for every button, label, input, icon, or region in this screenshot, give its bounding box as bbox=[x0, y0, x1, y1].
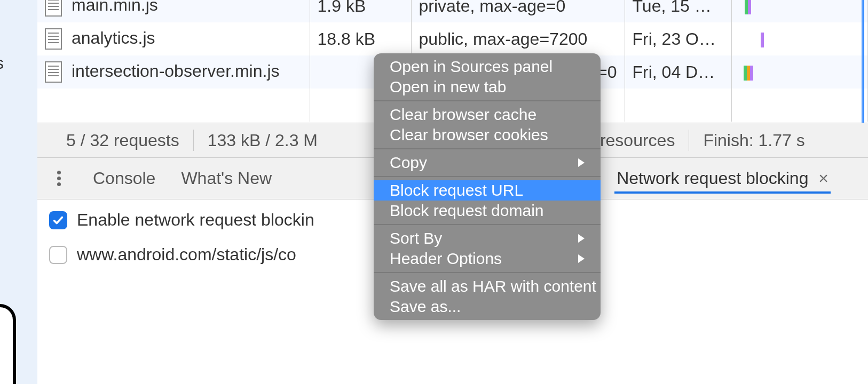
waterfall-bar bbox=[750, 66, 753, 81]
checkbox-enable-blocking[interactable] bbox=[49, 211, 67, 229]
tab-whats-new[interactable]: What's New bbox=[179, 165, 274, 191]
waterfall-bar bbox=[748, 0, 751, 14]
device-frame-fragment bbox=[0, 304, 16, 384]
menu-clear-cache[interactable]: Clear browser cache bbox=[374, 105, 601, 125]
file-date: Fri, 04 D… bbox=[625, 55, 731, 89]
menu-save-as[interactable]: Save as... bbox=[374, 297, 601, 317]
enable-blocking-label: Enable network request blockin bbox=[77, 210, 314, 230]
left-gutter: /s bbox=[0, 0, 37, 384]
file-icon bbox=[45, 0, 62, 17]
status-transferred: 133 kB / 2.3 M bbox=[194, 131, 332, 150]
table-row[interactable]: analytics.js 18.8 kB public, max-age=720… bbox=[37, 22, 868, 55]
pattern-text: www.android.com/static/js/co bbox=[77, 245, 296, 265]
close-icon[interactable]: × bbox=[818, 169, 828, 188]
menu-save-har[interactable]: Save all as HAR with content bbox=[374, 276, 601, 297]
file-name: intersection-observer.min.js bbox=[72, 61, 279, 81]
menu-header-options[interactable]: Header Options bbox=[374, 249, 601, 269]
cache-control: private, max-age=0 bbox=[411, 0, 625, 22]
file-size: 18.8 kB bbox=[310, 22, 411, 55]
submenu-arrow-icon bbox=[578, 234, 585, 243]
menu-sort-by[interactable]: Sort By bbox=[374, 228, 601, 249]
kebab-menu-icon[interactable] bbox=[48, 169, 69, 188]
file-icon bbox=[45, 28, 62, 50]
context-menu: Open in Sources panel Open in new tab Cl… bbox=[374, 53, 601, 320]
file-name: main.min.js bbox=[72, 0, 158, 14]
menu-open-in-sources[interactable]: Open in Sources panel bbox=[374, 57, 601, 77]
file-date: Tue, 15 D… bbox=[625, 0, 731, 22]
menu-copy[interactable]: Copy bbox=[374, 153, 601, 173]
file-date: Fri, 23 O… bbox=[625, 22, 731, 55]
submenu-arrow-icon bbox=[578, 158, 585, 167]
scrollbar-region[interactable] bbox=[838, 0, 868, 384]
devtools-main: main.min.js 1.9 kB private, max-age=0 Tu… bbox=[37, 0, 868, 384]
file-icon bbox=[45, 61, 62, 83]
tab-label: Network request blocking bbox=[617, 169, 808, 188]
tab-network-request-blocking[interactable]: Network request blocking × bbox=[614, 165, 831, 194]
file-name: analytics.js bbox=[72, 28, 155, 47]
submenu-arrow-icon bbox=[578, 254, 585, 263]
cache-control: public, max-age=7200 bbox=[411, 22, 625, 55]
menu-block-request-domain[interactable]: Block request domain bbox=[374, 201, 601, 221]
partial-text: /s bbox=[0, 53, 4, 73]
table-row[interactable]: main.min.js 1.9 kB private, max-age=0 Tu… bbox=[37, 0, 868, 22]
menu-open-in-new-tab[interactable]: Open in new tab bbox=[374, 77, 601, 97]
menu-clear-cookies[interactable]: Clear browser cookies bbox=[374, 125, 601, 145]
file-size: 1.9 kB bbox=[310, 0, 411, 22]
menu-block-request-url[interactable]: Block request URL bbox=[374, 180, 601, 201]
checkbox-pattern[interactable] bbox=[49, 246, 67, 264]
waterfall-bar bbox=[761, 33, 764, 47]
status-finish: Finish: 1.77 s bbox=[689, 131, 818, 150]
tab-console[interactable]: Console bbox=[91, 165, 157, 191]
status-requests: 5 / 32 requests bbox=[52, 131, 193, 150]
